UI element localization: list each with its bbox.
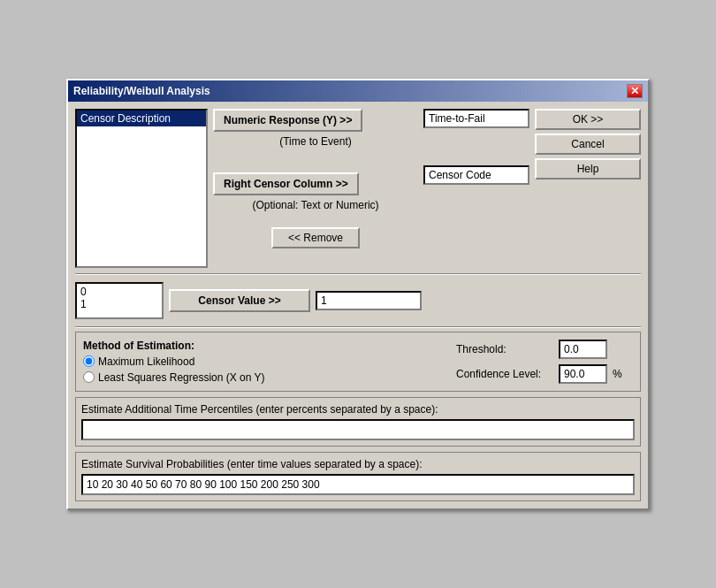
window-title: Reliability/Weibull Analysis	[73, 85, 210, 97]
least-squares-radio[interactable]	[83, 371, 95, 383]
percentiles-section: Estimate Additional Time Percentiles (en…	[75, 397, 641, 447]
divider-1	[75, 273, 641, 275]
estimation-right: Threshold: Confidence Level: %	[456, 340, 633, 384]
survival-input[interactable]	[81, 474, 635, 495]
close-button[interactable]: ✕	[627, 84, 643, 98]
least-squares-option[interactable]: Least Squares Regression (X on Y)	[83, 371, 447, 384]
percent-symbol: %	[613, 368, 622, 380]
censor-values-list[interactable]: 0 1	[75, 282, 164, 319]
max-likelihood-option[interactable]: Maximum Likelihood	[83, 355, 447, 368]
estimation-section: Method of Estimation: Maximum Likelihood…	[75, 332, 641, 392]
censor-value-input[interactable]	[316, 291, 422, 310]
censor-value-0: 0	[80, 286, 158, 298]
help-button[interactable]: Help	[535, 158, 641, 179]
estimation-left: Method of Estimation: Maximum Likelihood…	[83, 340, 447, 384]
survival-label: Estimate Survival Probabilities (enter t…	[81, 458, 635, 470]
top-section: Censor Description Numeric Response (Y) …	[75, 109, 641, 268]
time-to-event-label: (Time to Event)	[279, 135, 352, 148]
action-buttons: OK >> Cancel Help	[535, 109, 641, 268]
window-content: Censor Description Numeric Response (Y) …	[68, 102, 648, 508]
main-window: Reliability/Weibull Analysis ✕ Censor De…	[66, 79, 650, 510]
confidence-row: Confidence Level: %	[456, 364, 633, 384]
percentiles-label: Estimate Additional Time Percentiles (en…	[81, 403, 635, 416]
threshold-input[interactable]	[559, 340, 607, 359]
max-likelihood-label: Maximum Likelihood	[98, 355, 194, 368]
divider-2	[75, 326, 641, 328]
censor-code-input[interactable]	[423, 165, 529, 185]
max-likelihood-radio[interactable]	[83, 355, 95, 367]
ok-button[interactable]: OK >>	[535, 109, 641, 130]
right-censor-row: Right Censor Column >>	[213, 172, 418, 195]
time-to-fail-input[interactable]	[423, 109, 529, 128]
confidence-input[interactable]	[559, 364, 607, 384]
right-inputs	[423, 109, 529, 268]
censor-value-1: 1	[80, 298, 158, 310]
numeric-response-row: Numeric Response (Y) >>	[213, 109, 418, 132]
title-bar: Reliability/Weibull Analysis ✕	[68, 80, 648, 102]
optional-text-label: (Optional: Text or Numeric)	[252, 199, 378, 211]
center-controls: Numeric Response (Y) >> (Time to Event) …	[213, 109, 418, 268]
percentiles-input[interactable]	[81, 419, 635, 440]
cancel-button[interactable]: Cancel	[535, 134, 641, 155]
radio-group: Maximum Likelihood Least Squares Regress…	[83, 355, 447, 384]
censor-value-row: 0 1 Censor Value >>	[75, 279, 641, 323]
right-censor-button[interactable]: Right Censor Column >>	[213, 172, 359, 195]
least-squares-label: Least Squares Regression (X on Y)	[98, 371, 265, 384]
confidence-label: Confidence Level:	[456, 368, 553, 380]
remove-row: << Remove	[271, 227, 360, 248]
survival-section: Estimate Survival Probabilities (enter t…	[75, 452, 641, 501]
threshold-label: Threshold:	[456, 343, 553, 355]
remove-button[interactable]: << Remove	[271, 227, 360, 248]
list-header: Censor Description	[77, 111, 206, 126]
estimation-label: Method of Estimation:	[83, 340, 447, 352]
numeric-response-button[interactable]: Numeric Response (Y) >>	[213, 109, 362, 132]
threshold-row: Threshold:	[456, 340, 633, 359]
censor-description-list[interactable]: Censor Description	[75, 109, 208, 268]
censor-value-button[interactable]: Censor Value >>	[169, 289, 310, 312]
